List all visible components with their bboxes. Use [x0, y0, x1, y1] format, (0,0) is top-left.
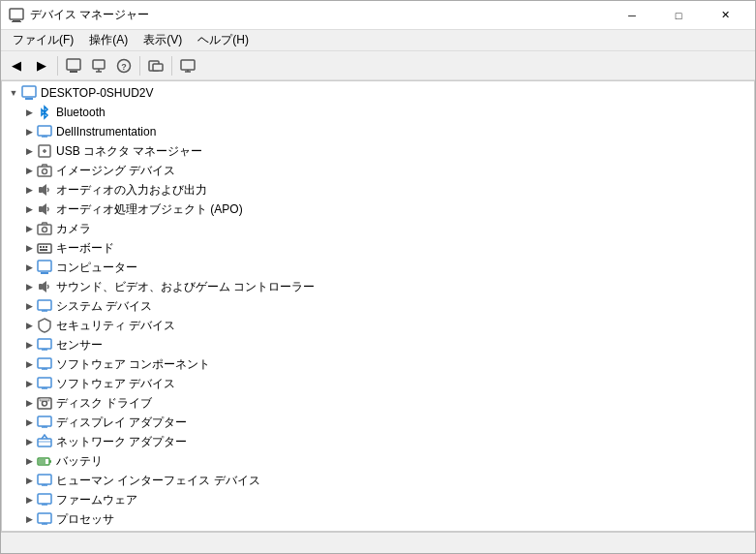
expand-icon[interactable]: ▶ — [21, 221, 37, 236]
tree-item[interactable]: ▶ソフトウェア デバイス — [2, 374, 754, 393]
tree-item[interactable]: ▶サウンド、ビデオ、およびゲーム コントローラー — [2, 277, 754, 296]
expand-icon[interactable]: ▶ — [21, 143, 37, 159]
expand-icon[interactable]: ▶ — [21, 182, 37, 198]
status-bar — [1, 532, 755, 553]
item-label: センサー — [56, 337, 103, 354]
svg-rect-28 — [40, 246, 42, 248]
expand-icon[interactable]: ▶ — [21, 434, 37, 449]
tree-item[interactable]: ▶ネットワーク アダプター — [2, 432, 754, 451]
expand-icon[interactable]: ▶ — [21, 240, 37, 256]
expand-icon[interactable]: ▶ — [21, 163, 37, 178]
svg-rect-2 — [12, 21, 21, 22]
close-button[interactable]: ✕ — [703, 1, 747, 30]
expand-icon[interactable]: ▶ — [21, 376, 37, 391]
tree-item[interactable]: ▶DellInstrumentation — [2, 122, 754, 141]
item-label: USB コネクタ マネージャー — [56, 143, 202, 160]
toolbar-btn-1[interactable] — [62, 54, 85, 77]
expand-icon[interactable]: ▶ — [21, 511, 37, 527]
toolbar-btn-3[interactable] — [144, 54, 167, 77]
item-icon — [37, 143, 52, 159]
title-bar-left: デバイス マネージャー — [9, 7, 149, 23]
window-title: デバイス マネージャー — [30, 7, 149, 23]
expand-icon[interactable]: ▶ — [21, 337, 37, 353]
toolbar-btn-2[interactable] — [87, 54, 110, 77]
menu-view[interactable]: 表示(V) — [136, 30, 190, 50]
device-tree[interactable]: ▼ DESKTOP-0SHUD2V ▶Bluetooth▶DellInstrum… — [1, 80, 755, 532]
toolbar-btn-monitor[interactable] — [176, 54, 199, 77]
forward-button[interactable]: ▶ — [30, 54, 53, 77]
minimize-button[interactable]: ─ — [610, 1, 654, 30]
expand-icon[interactable]: ▶ — [21, 356, 37, 372]
item-label: Bluetooth — [56, 106, 106, 119]
svg-rect-41 — [38, 358, 51, 368]
svg-rect-57 — [38, 475, 51, 484]
tree-item[interactable]: ▶ディスク ドライブ — [2, 393, 754, 413]
expand-icon[interactable]: ▶ — [21, 201, 37, 217]
expand-icon[interactable]: ▶ — [21, 260, 37, 275]
item-icon — [37, 221, 52, 236]
item-label: カメラ — [56, 221, 91, 237]
tree-item[interactable]: ▶キーボード — [2, 238, 754, 258]
item-icon — [37, 163, 52, 178]
item-icon — [37, 279, 52, 294]
item-label: コンピューター — [56, 260, 137, 276]
expand-icon[interactable]: ▶ — [21, 298, 37, 314]
toolbar-btn-help[interactable]: ? — [112, 54, 136, 77]
svg-rect-38 — [38, 339, 51, 349]
tree-item[interactable]: ▶カメラ — [2, 219, 754, 238]
tree-item[interactable]: ▶コンピューター — [2, 258, 754, 277]
tree-items-container: ▶Bluetooth▶DellInstrumentation▶USB コネクタ … — [2, 103, 754, 532]
item-icon — [37, 260, 52, 275]
tree-root[interactable]: ▼ DESKTOP-0SHUD2V — [2, 83, 754, 103]
expand-icon[interactable]: ▶ — [21, 124, 37, 139]
tree-item[interactable]: ▶オーディオ処理オブジェクト (APO) — [2, 200, 754, 219]
expand-icon[interactable]: ▶ — [21, 395, 37, 411]
expand-icon[interactable]: ▶ — [21, 415, 37, 430]
tree-item[interactable]: ▶ディスプレイ アダプター — [2, 413, 754, 432]
svg-rect-63 — [38, 513, 51, 523]
svg-rect-53 — [38, 439, 51, 446]
maximize-button[interactable]: □ — [656, 1, 701, 30]
item-label: DellInstrumentation — [56, 125, 156, 138]
item-label: バッテリ — [56, 453, 103, 470]
svg-rect-23 — [39, 187, 43, 193]
tree-item[interactable]: ▶ファームウェア — [2, 490, 754, 509]
svg-rect-60 — [38, 494, 51, 504]
item-icon — [37, 105, 52, 120]
expand-icon[interactable]: ▶ — [21, 318, 37, 333]
item-label: キーボード — [56, 240, 114, 257]
menu-file[interactable]: ファイル(F) — [5, 30, 81, 50]
tree-item[interactable]: ▶イメージング デバイス — [2, 161, 754, 180]
title-bar: デバイス マネージャー ─ □ ✕ — [1, 1, 755, 30]
tree-item[interactable]: ▶USB コネクタ マネージャー — [2, 141, 754, 161]
menu-action[interactable]: 操作(A) — [81, 30, 136, 50]
menu-help[interactable]: ヘルプ(H) — [190, 30, 257, 50]
tree-item[interactable]: ▶ソフトウェア コンポーネント — [2, 354, 754, 374]
tree-item[interactable]: ▶セキュリティ デバイス — [2, 316, 754, 335]
tree-item[interactable]: ▶ヒューマン インターフェイス デバイス — [2, 471, 754, 490]
svg-rect-3 — [67, 59, 80, 70]
expand-icon[interactable]: ▶ — [21, 492, 37, 508]
expand-icon[interactable]: ▶ — [21, 105, 37, 120]
svg-point-22 — [43, 169, 47, 174]
tree-item[interactable]: ▶オーディオの入力および出力 — [2, 180, 754, 200]
svg-rect-12 — [181, 60, 195, 70]
item-icon — [37, 511, 52, 527]
item-icon — [37, 453, 52, 469]
expand-icon[interactable]: ▶ — [21, 453, 37, 469]
root-expand-icon[interactable]: ▼ — [6, 85, 21, 101]
tree-item[interactable]: ▶センサー — [2, 335, 754, 354]
svg-rect-29 — [43, 246, 45, 248]
root-icon — [21, 85, 37, 101]
expand-icon[interactable]: ▶ — [21, 473, 37, 488]
tree-item[interactable]: ▶Bluetooth — [2, 103, 754, 122]
toolbar-separator-3 — [171, 56, 172, 76]
expand-icon[interactable]: ▶ — [21, 279, 37, 294]
tree-item[interactable]: ▶バッテリ — [2, 451, 754, 471]
tree-item[interactable]: ▶システム デバイス — [2, 296, 754, 316]
svg-rect-25 — [38, 225, 51, 234]
tree-item[interactable]: ▶プロセッサ — [2, 509, 754, 529]
item-icon — [37, 376, 52, 391]
item-icon — [37, 318, 52, 333]
back-button[interactable]: ◀ — [5, 54, 28, 77]
